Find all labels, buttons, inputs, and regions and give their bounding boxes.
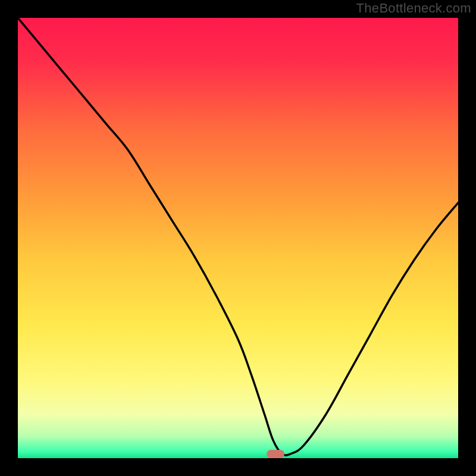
curve-path [18,18,458,455]
chart-container: TheBottleneck.com [0,0,476,476]
optimal-marker [267,450,284,458]
watermark-text: TheBottleneck.com [356,1,471,16]
bottleneck-curve [18,18,458,458]
plot-area [18,18,458,458]
